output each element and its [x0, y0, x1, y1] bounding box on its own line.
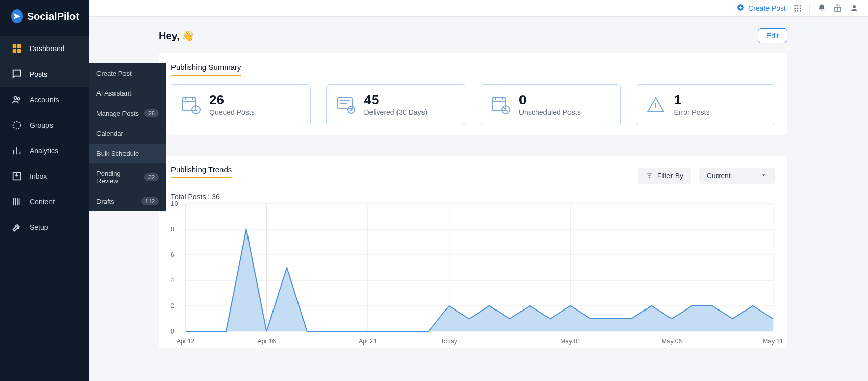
svg-rect-1 [17, 44, 21, 48]
circle-dots-icon [11, 120, 22, 131]
main-content: Hey, 👋 Edit Publishing Summary 26Queued … [89, 17, 868, 381]
x-tick-label: May 11 [763, 338, 783, 345]
calendar-clock-icon [181, 94, 201, 115]
sidebar-item-label: Analytics [30, 147, 58, 155]
warning-triangle-icon [646, 94, 666, 115]
stat-value: 45 [364, 93, 428, 106]
primary-nav: Dashboard Posts Accounts Groups Analytic… [0, 36, 89, 240]
bar-chart-icon [11, 145, 22, 156]
sidebar-item-posts[interactable]: Posts [0, 61, 89, 87]
filter-icon [646, 172, 653, 180]
sidebar-item-label: Accounts [30, 96, 59, 104]
calendar-block-icon [490, 94, 511, 115]
create-post-button[interactable]: Create Post [737, 4, 786, 13]
submenu-item-create-post[interactable]: Create Post [89, 63, 166, 83]
brand-logo[interactable]: SocialPilot [0, 0, 89, 36]
x-tick-label: Today [441, 338, 457, 345]
y-tick-label: 8 [171, 226, 175, 233]
stat-label: Queued Posts [209, 108, 255, 116]
svg-point-18 [853, 5, 856, 8]
wrench-icon [11, 222, 22, 233]
submenu-item-ai-assistant[interactable]: AI Assistant [89, 83, 166, 103]
sidebar-item-accounts[interactable]: Accounts [0, 87, 89, 112]
stat-label: Unscheduled Posts [519, 108, 581, 116]
stat-value: 1 [674, 93, 710, 106]
svg-point-16 [800, 10, 801, 12]
svg-point-13 [800, 8, 801, 9]
submenu-item-bulk-schedule[interactable]: Bulk Schedule [89, 144, 166, 163]
stat-error-posts[interactable]: 1Error Posts [636, 84, 776, 125]
stat-unscheduled[interactable]: 0Unscheduled Posts [481, 84, 621, 125]
svg-rect-3 [17, 49, 21, 53]
paper-plane-icon [11, 9, 23, 23]
x-tick-label: Apr 12 [177, 338, 194, 345]
svg-point-4 [14, 97, 17, 100]
stat-queued-posts[interactable]: 26Queued Posts [171, 84, 311, 125]
svg-point-6 [13, 122, 21, 129]
submenu-item-pending-review[interactable]: Pending Review32 [89, 163, 166, 191]
sidebar-item-dashboard[interactable]: Dashboard [0, 36, 89, 61]
svg-rect-0 [13, 44, 16, 48]
submenu-item-manage-posts[interactable]: Manage Posts26 [89, 103, 166, 124]
divider [809, 4, 810, 13]
trends-chart: 0246810Apr 12Apr 16Apr 21TodayMay 01May … [171, 202, 775, 345]
sidebar-item-content[interactable]: Content [0, 189, 89, 215]
range-select[interactable]: Current [699, 168, 775, 184]
svg-point-5 [17, 98, 20, 100]
stat-delivered[interactable]: 45Delivered (30 Days) [326, 84, 466, 125]
user-avatar-icon[interactable] [850, 4, 859, 13]
trends-title: Publishing Trends [171, 165, 232, 178]
gift-icon[interactable] [833, 4, 842, 13]
stat-value: 0 [519, 93, 581, 106]
filter-by-button[interactable]: Filter By [638, 168, 691, 184]
svg-point-11 [794, 8, 796, 9]
y-tick-label: 10 [171, 200, 178, 207]
publishing-summary-card: Publishing Summary 26Queued Posts 45Deli… [159, 53, 787, 135]
create-post-label: Create Post [748, 4, 786, 12]
sidebar-item-setup[interactable]: Setup [0, 215, 89, 240]
svg-point-10 [800, 5, 801, 6]
apps-grid-icon[interactable] [793, 4, 802, 13]
chart-svg [171, 202, 775, 345]
svg-point-8 [794, 5, 796, 6]
users-icon [11, 94, 22, 105]
filter-label: Filter By [657, 172, 683, 180]
sidebar-item-label: Groups [30, 121, 53, 129]
svg-rect-19 [183, 98, 196, 111]
svg-rect-23 [492, 98, 506, 111]
sidebar-item-label: Dashboard [30, 44, 65, 53]
submenu-item-calendar[interactable]: Calendar [89, 124, 166, 144]
stat-value: 26 [209, 93, 255, 106]
wave-emoji: 👋 [182, 30, 194, 41]
total-posts-label: Total Posts : 36 [171, 193, 775, 201]
sidebar-item-label: Posts [30, 70, 47, 78]
badge: 112 [141, 197, 159, 205]
x-tick-label: May 06 [662, 338, 682, 345]
submenu-item-drafts[interactable]: Drafts112 [89, 191, 166, 211]
sidebar-item-inbox[interactable]: Inbox [0, 163, 89, 189]
grid-icon [11, 43, 22, 54]
y-tick-label: 6 [171, 251, 175, 258]
range-selected-label: Current [707, 172, 731, 180]
badge: 32 [144, 173, 159, 181]
y-tick-label: 2 [171, 302, 175, 309]
sidebar-item-groups[interactable]: Groups [0, 112, 89, 138]
books-icon [11, 196, 22, 207]
bell-icon[interactable] [817, 4, 826, 13]
y-tick-label: 0 [171, 328, 175, 335]
stat-label: Error Posts [674, 108, 710, 116]
post-check-icon [336, 94, 356, 115]
greeting-text: Hey, [159, 30, 180, 41]
summary-title: Publishing Summary [171, 63, 241, 76]
plus-circle-icon [737, 4, 745, 13]
x-tick-label: Apr 16 [258, 338, 276, 345]
posts-submenu: Create Post AI Assistant Manage Posts26 … [89, 63, 166, 211]
inbox-icon [11, 171, 22, 182]
sidebar-item-label: Inbox [30, 172, 47, 180]
sidebar-item-analytics[interactable]: Analytics [0, 138, 89, 163]
svg-point-9 [797, 5, 799, 6]
svg-point-12 [797, 8, 799, 9]
x-tick-label: Apr 21 [359, 338, 377, 345]
svg-rect-2 [13, 49, 16, 53]
edit-button[interactable]: Edit [758, 28, 787, 43]
